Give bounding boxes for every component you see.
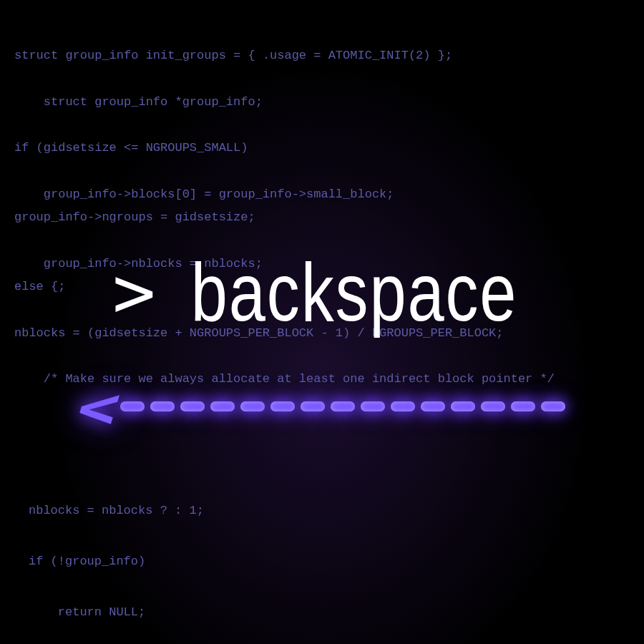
arrow-dash-icon [240, 401, 265, 411]
arrow-dash-icon [481, 401, 505, 411]
arrow-dash-icon [331, 401, 355, 411]
arrow-dash-icon [270, 401, 295, 411]
arrow-dash-icon [210, 401, 235, 411]
code-line: group_info->ngroups = gidsetsize; [14, 210, 255, 224]
arrow-dash-icon [150, 401, 175, 411]
logo: > backspace [0, 250, 644, 334]
arrow-head-icon: < [72, 376, 112, 440]
arrow-dash-icon [541, 401, 565, 411]
arrow-dash-icon [421, 401, 445, 411]
arrow-dash-icon [180, 401, 205, 411]
arrow-dash-icon [511, 401, 535, 411]
code-line: if (gidsetsize <= NGROUPS_SMALL) [14, 141, 248, 155]
code-line: return NULL; [29, 605, 145, 619]
arrow-dash-icon [120, 401, 145, 411]
code-line: struct group_info init_groups = { .usage… [14, 49, 452, 62]
arrow-dash-icon [361, 401, 385, 411]
code-background-bottom: nblocks = nblocks ? : 1; if (!group_info… [0, 458, 644, 644]
arrow-dashes [117, 401, 568, 415]
code-line: group_info->blocks[0] = group_info->smal… [14, 187, 394, 201]
arrow-dash-icon [451, 401, 475, 411]
neon-arrow: < [0, 379, 644, 436]
prompt-icon: > [112, 250, 155, 334]
arrow-dash-icon [391, 401, 415, 411]
code-line: struct group_info *group_info; [14, 95, 263, 109]
arrow-dash-icon [301, 401, 325, 411]
code-line: if (!group_info) [29, 555, 145, 568]
code-line: nblocks = nblocks ? : 1; [29, 504, 204, 517]
logo-word: backspace [190, 245, 517, 339]
